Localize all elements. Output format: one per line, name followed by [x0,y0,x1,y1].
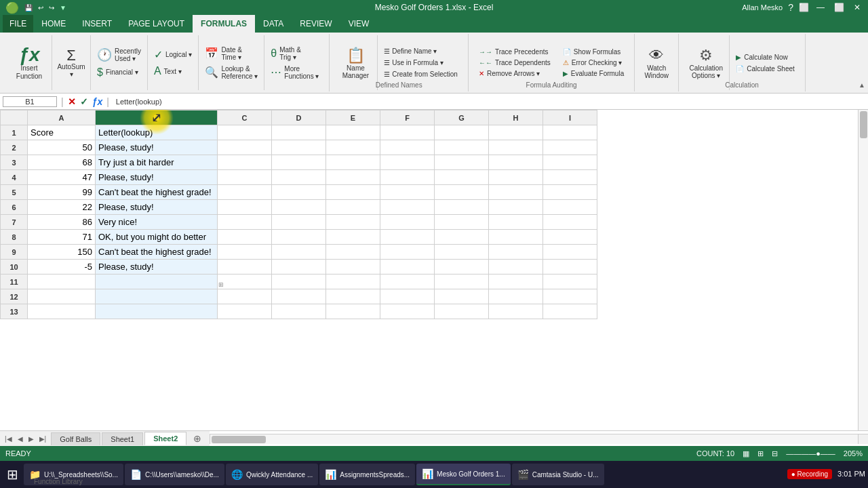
cell-c11[interactable]: ⊞ [218,274,272,289]
tab-view[interactable]: VIEW [340,15,378,33]
cell-g9[interactable] [435,245,489,260]
tab-pagelayout[interactable]: PAGE LAYOUT [120,15,193,33]
cell-c5[interactable] [218,185,272,200]
name-box[interactable] [3,96,57,107]
cell-c13[interactable] [218,304,272,319]
cell-d11[interactable] [272,274,326,289]
cell-h6[interactable] [489,200,543,215]
date-time-button[interactable]: 📅 Date &Time ▾ [201,45,261,62]
recently-used-button[interactable]: 🕐 RecentlyUsed ▾ [94,46,144,64]
cell-h5[interactable] [489,185,543,200]
more-functions-button[interactable]: ⋯ MoreFunctions ▾ [267,64,322,81]
cell-c10[interactable] [218,260,272,274]
cell-g2[interactable] [435,140,489,155]
confirm-formula-icon[interactable]: ✓ [80,96,88,107]
cell-i10[interactable] [543,260,597,274]
insert-function-button[interactable]: ƒx InsertFunction [12,43,46,83]
cell-e5[interactable] [326,185,380,200]
cell-b2[interactable]: Please, study! [96,140,218,155]
calculate-now-button[interactable]: ▶ Calculate Now [732,52,798,62]
view-normal-icon[interactable]: ▦ [743,449,749,458]
cell-e6[interactable] [326,200,380,215]
cell-c8[interactable] [218,230,272,245]
horizontal-scrollbar[interactable] [210,434,858,444]
cell-f10[interactable] [380,260,435,274]
insert-function-bar-icon[interactable]: ƒx [92,96,103,107]
col-header-c[interactable]: C [218,110,272,125]
cell-i13[interactable] [543,304,597,319]
col-header-b[interactable]: B ⤢ [96,110,218,125]
cell-e9[interactable] [326,245,380,260]
cell-h11[interactable] [489,274,543,289]
cell-g6[interactable] [435,200,489,215]
sheet-next-btn[interactable]: ▶ [26,434,36,444]
calculate-sheet-button[interactable]: 📄 Calculate Sheet [732,64,798,74]
cell-b12[interactable] [96,289,218,304]
hscroll-thumb[interactable] [212,436,266,443]
col-header-g[interactable]: G [435,110,489,125]
cell-h12[interactable] [489,289,543,304]
lookup-reference-button[interactable]: 🔍 Lookup &Reference ▾ [201,64,261,81]
cell-g1[interactable] [435,125,489,140]
cell-g3[interactable] [435,155,489,170]
tab-data[interactable]: DATA [255,15,292,33]
taskbar-camtasia[interactable]: 🎬 Camtasia Studio - U... [512,464,604,485]
ribbon-toggle-icon[interactable]: ⬜ [799,3,809,12]
cell-c9[interactable] [218,245,272,260]
cell-d5[interactable] [272,185,326,200]
cell-d12[interactable] [272,289,326,304]
cell-b11[interactable] [96,274,218,289]
sheet-tab-golfballs[interactable]: Golf Balls [51,432,100,445]
cell-i2[interactable] [543,140,597,155]
calculation-options-button[interactable]: ⚙ CalculationOptions ▾ [688,45,724,81]
col-header-f[interactable]: F [380,110,435,125]
cell-e4[interactable] [326,170,380,185]
cell-i5[interactable] [543,185,597,200]
cell-i8[interactable] [543,230,597,245]
cell-a2[interactable]: 50 [28,140,96,155]
cell-b13[interactable] [96,304,218,319]
close-button[interactable]: ✕ [852,3,863,12]
cell-h2[interactable] [489,140,543,155]
cell-f13[interactable] [380,304,435,319]
cell-f7[interactable] [380,215,435,230]
tab-formulas[interactable]: FORMULAS [193,15,255,33]
maximize-button[interactable]: ⬜ [832,3,846,12]
cell-f1[interactable] [380,125,435,140]
tab-home[interactable]: HOME [33,15,74,33]
cell-d2[interactable] [272,140,326,155]
taskbar-notepad[interactable]: 📄 C:\\Users\\amesko\\De... [125,464,224,485]
taskbar-excel3[interactable]: 📊 Mesko Golf Orders 1... [416,464,511,485]
cell-f12[interactable] [380,289,435,304]
save-icon[interactable]: 💾 [24,4,33,12]
taskbar-chrome[interactable]: 🌐 Qwickly Attendance ... [226,464,318,485]
cell-c7[interactable] [218,215,272,230]
cell-d3[interactable] [272,155,326,170]
watch-window-button[interactable]: 👁 WatchWindow [639,45,674,81]
cell-e2[interactable] [326,140,380,155]
cell-e8[interactable] [326,230,380,245]
cell-h9[interactable] [489,245,543,260]
cell-a1[interactable]: Score [28,125,96,140]
name-manager-button[interactable]: 📋 NameManager [339,45,372,81]
cell-e1[interactable] [326,125,380,140]
cell-b7[interactable]: Very nice! [96,215,218,230]
cell-f8[interactable] [380,230,435,245]
cell-g12[interactable] [435,289,489,304]
view-page-icon[interactable]: ⊟ [772,449,778,458]
cell-e10[interactable] [326,260,380,274]
cell-a13[interactable] [28,304,96,319]
cell-i4[interactable] [543,170,597,185]
cell-c12[interactable] [218,289,272,304]
cell-i6[interactable] [543,200,597,215]
cell-c3[interactable] [218,155,272,170]
tab-file[interactable]: FILE [3,15,33,33]
cell-h1[interactable] [489,125,543,140]
cell-h8[interactable] [489,230,543,245]
help-icon[interactable]: ? [788,2,793,13]
cell-h7[interactable] [489,215,543,230]
cell-f9[interactable] [380,245,435,260]
formula-input[interactable] [113,97,865,106]
tab-review[interactable]: REVIEW [292,15,340,33]
cell-g11[interactable] [435,274,489,289]
